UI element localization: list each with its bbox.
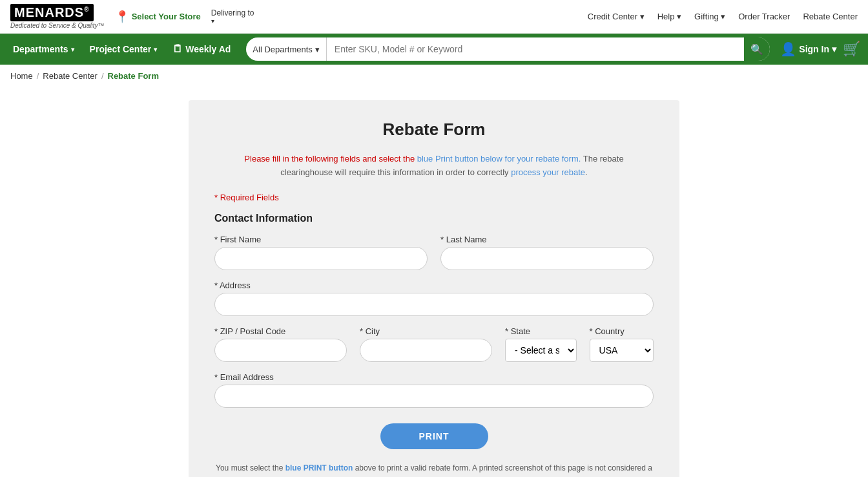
project-center-chevron: ▾ bbox=[154, 46, 157, 53]
email-label: * Email Address bbox=[214, 372, 654, 382]
blue-print-text: blue PRINT button bbox=[285, 463, 353, 472]
location-row: * ZIP / Postal Code * City * State - Sel… bbox=[214, 326, 654, 362]
form-desc-rest1: The rebate bbox=[581, 154, 623, 164]
zip-input[interactable] bbox=[214, 339, 347, 362]
search-bar: All Departments ▾ 🔍 bbox=[246, 37, 770, 61]
logo-subtitle: Dedicated to Service & Quality™ bbox=[10, 22, 105, 29]
country-label: * Country bbox=[590, 326, 654, 336]
last-name-input[interactable] bbox=[440, 247, 654, 270]
logo: MENARDS Dedicated to Service & Quality™ bbox=[10, 4, 105, 29]
project-center-label: Project Center bbox=[90, 44, 152, 54]
project-center-nav[interactable]: Project Center ▾ bbox=[85, 34, 163, 65]
city-input[interactable] bbox=[360, 339, 492, 362]
city-group: * City bbox=[360, 326, 492, 362]
weekly-ad-icon: 🗒 bbox=[172, 43, 183, 55]
country-select[interactable]: USA bbox=[590, 339, 654, 362]
rebate-center-link[interactable]: Rebate Center bbox=[803, 12, 858, 21]
form-desc-blue: blue Print button below for your rebate … bbox=[417, 154, 581, 164]
form-title: Rebate Form bbox=[214, 120, 654, 140]
email-row: * Email Address bbox=[214, 372, 654, 408]
weekly-ad-label: Weekly Ad bbox=[185, 44, 231, 54]
help-link[interactable]: Help ▾ bbox=[657, 12, 681, 21]
print-button[interactable]: PRINT bbox=[380, 423, 488, 449]
delivering-chevron: ▾ bbox=[211, 17, 214, 25]
search-input[interactable] bbox=[327, 37, 745, 61]
delivering-to: Delivering to ▾ bbox=[211, 8, 254, 25]
breadcrumb-sep-2: / bbox=[101, 71, 104, 81]
delivering-label: Delivering to bbox=[211, 8, 254, 17]
first-name-input[interactable] bbox=[214, 247, 428, 270]
main-content: Rebate Form Please fill in the following… bbox=[0, 87, 868, 477]
form-desc-rest2: clearinghouse will require this informat… bbox=[280, 167, 511, 177]
first-name-label: * First Name bbox=[214, 235, 428, 244]
order-tracker-link[interactable]: Order Tracker bbox=[738, 12, 790, 21]
last-name-group: * Last Name bbox=[440, 235, 654, 270]
store-select-label: Select Your Store bbox=[132, 12, 201, 21]
name-row: * First Name * Last Name bbox=[214, 235, 654, 270]
zip-group: * ZIP / Postal Code bbox=[214, 326, 347, 362]
search-dept-dropdown[interactable]: All Departments ▾ bbox=[246, 37, 326, 61]
address-row: * Address bbox=[214, 281, 654, 316]
state-group: * State - Select a state - bbox=[505, 326, 577, 362]
search-button[interactable]: 🔍 bbox=[744, 37, 770, 61]
city-label: * City bbox=[360, 326, 492, 336]
form-desc-highlighted: Please fill in the following fields and … bbox=[244, 154, 417, 164]
email-input[interactable] bbox=[214, 385, 654, 408]
weekly-ad-nav[interactable]: 🗒 Weekly Ad bbox=[167, 34, 236, 65]
top-bar-left: MENARDS Dedicated to Service & Quality™ … bbox=[10, 4, 254, 29]
required-note: * Required Fields bbox=[214, 193, 654, 202]
cart-icon[interactable]: 🛒 bbox=[843, 41, 860, 58]
nav-bar: Departments ▾ Project Center ▾ 🗒 Weekly … bbox=[0, 34, 868, 65]
zip-label: * ZIP / Postal Code bbox=[214, 326, 347, 336]
breadcrumb: Home / Rebate Center / Rebate Form bbox=[0, 65, 868, 87]
top-bar-right: Credit Center ▾ Help ▾ Gifting ▾ Order T… bbox=[588, 12, 858, 21]
breadcrumb-current: Rebate Form bbox=[108, 71, 159, 81]
address-group: * Address bbox=[214, 281, 654, 316]
sign-in-button[interactable]: 👤 Sign In ▾ bbox=[780, 41, 836, 57]
address-input[interactable] bbox=[214, 293, 654, 316]
gifting-link[interactable]: Gifting ▾ bbox=[694, 12, 725, 21]
form-desc-blue2: process your rebate bbox=[511, 167, 585, 177]
sign-in-chevron: ▾ bbox=[832, 44, 836, 54]
search-dept-chevron: ▾ bbox=[315, 45, 320, 54]
first-name-group: * First Name bbox=[214, 235, 428, 270]
breadcrumb-sep-1: / bbox=[37, 71, 39, 81]
sign-in-label: Sign In bbox=[799, 44, 829, 54]
email-group: * Email Address bbox=[214, 372, 654, 408]
search-dept-label: All Departments bbox=[253, 45, 312, 54]
breadcrumb-home[interactable]: Home bbox=[10, 71, 33, 81]
form-card: Rebate Form Please fill in the following… bbox=[189, 100, 679, 477]
address-label: * Address bbox=[214, 281, 654, 290]
form-description: Please fill in the following fields and … bbox=[214, 153, 654, 180]
last-name-label: * Last Name bbox=[440, 235, 654, 244]
pin-icon: 📍 bbox=[115, 10, 129, 24]
breadcrumb-rebate-center[interactable]: Rebate Center bbox=[43, 71, 98, 81]
form-footer-note: You must select the blue PRINT button ab… bbox=[214, 462, 654, 477]
departments-label: Departments bbox=[13, 44, 68, 54]
store-select[interactable]: 📍 Select Your Store bbox=[115, 10, 201, 24]
nav-right: 👤 Sign In ▾ 🛒 bbox=[780, 41, 860, 58]
logo-text: MENARDS bbox=[10, 4, 94, 21]
state-select[interactable]: - Select a state - bbox=[505, 339, 577, 362]
departments-nav[interactable]: Departments ▾ bbox=[8, 34, 79, 65]
credit-center-link[interactable]: Credit Center ▾ bbox=[588, 12, 645, 21]
state-label: * State bbox=[505, 326, 577, 336]
top-bar: MENARDS Dedicated to Service & Quality™ … bbox=[0, 0, 868, 34]
search-icon: 🔍 bbox=[750, 43, 763, 56]
section-title: Contact Information bbox=[214, 213, 654, 224]
user-icon: 👤 bbox=[780, 41, 796, 57]
departments-chevron: ▾ bbox=[71, 46, 74, 53]
country-group: * Country USA bbox=[590, 326, 654, 362]
